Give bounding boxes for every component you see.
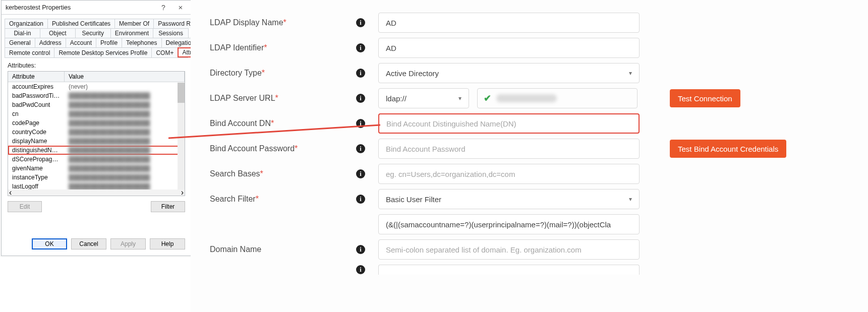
info-icon[interactable]: i	[356, 119, 365, 128]
attr-value: ███████████████████	[65, 109, 185, 118]
tab-environment[interactable]: Environment	[110, 28, 153, 38]
attr-value: ███████████████████	[65, 118, 185, 128]
bind-account-dn-input[interactable]: Bind Account Distinguished Name(DN)	[378, 113, 640, 134]
table-row[interactable]: instanceType███████████████████	[8, 173, 185, 182]
label-directory-type: Directory Type*	[210, 69, 265, 78]
scroll-thumb[interactable]	[178, 83, 185, 103]
directory-type-select[interactable]: Active Directory ▾	[378, 63, 640, 83]
tab-strip: Organization Published Certificates Memb…	[2, 15, 191, 57]
dialog-titlebar: kerberostest Properties ? ×	[2, 1, 191, 15]
help-icon[interactable]: ?	[155, 2, 172, 13]
table-row[interactable]: cn███████████████████	[8, 109, 185, 118]
ldap-display-name-input[interactable]: AD	[378, 13, 640, 33]
table-row[interactable]: codePage███████████████████	[8, 118, 185, 128]
table-row[interactable]: givenName███████████████████	[8, 164, 185, 173]
row-ldap-server-url: LDAP Server URL* i ldap:// ▾ ✔ Test Conn…	[191, 86, 868, 111]
ldap-protocol-value: ldap://	[386, 94, 407, 103]
table-row[interactable]: lastLogoff███████████████████	[8, 182, 185, 190]
info-icon[interactable]: i	[356, 18, 365, 27]
table-row[interactable]: badPasswordTime███████████████████	[8, 91, 185, 100]
table-row[interactable]: distinguishedName███████████████████	[8, 146, 185, 155]
attr-value: ███████████████████	[65, 91, 185, 100]
tab-sessions[interactable]: Sessions	[153, 28, 189, 38]
directory-type-value: Active Directory	[386, 69, 439, 78]
test-connection-button[interactable]: Test Connection	[670, 89, 740, 107]
attr-value: ███████████████████	[65, 128, 185, 137]
label-bind-account-dn: Bind Account DN*	[210, 119, 274, 128]
table-row[interactable]: displayName███████████████████	[8, 137, 185, 146]
row-directory-type: Directory Type* i Active Directory ▾	[191, 60, 868, 86]
info-icon[interactable]: i	[356, 169, 365, 178]
vertical-scrollbar[interactable]	[178, 83, 185, 191]
info-icon[interactable]: i	[356, 69, 365, 78]
row-filter-string: (&(|(samaccountname=?)(userprincipalname…	[191, 212, 868, 237]
info-icon[interactable]: i	[356, 94, 365, 103]
tab-com-plus[interactable]: COM+	[151, 47, 178, 57]
tab-account[interactable]: Account	[66, 38, 96, 47]
chevron-down-icon: ▾	[629, 196, 632, 203]
label-search-filter: Search Filter*	[210, 195, 259, 204]
row-bind-account-dn: Bind Account DN* i Bind Account Distingu…	[191, 111, 868, 136]
attr-name: badPwdCount	[8, 100, 65, 109]
label-ldap-identifier: LDAP Identifier*	[210, 43, 267, 52]
horizontal-scrollbar[interactable]: ‹ ›	[8, 190, 185, 196]
info-icon[interactable]: i	[356, 144, 365, 153]
col-attribute[interactable]: Attribute	[8, 72, 65, 82]
test-bind-credentials-button[interactable]: Test Bind Account Credentials	[670, 140, 786, 158]
tab-rds-profile[interactable]: Remote Desktop Services Profile	[54, 47, 152, 57]
domain-name-input[interactable]: Semi-colon separated list of domain. Eg.…	[378, 239, 640, 260]
bind-account-password-input[interactable]: Bind Account Password	[378, 139, 640, 159]
ldap-protocol-select[interactable]: ldap:// ▾	[378, 88, 469, 108]
edit-button[interactable]: Edit	[8, 201, 42, 212]
attr-name: givenName	[8, 164, 65, 173]
ldap-host-input[interactable]: ✔	[477, 88, 638, 108]
tab-security[interactable]: Security	[75, 28, 111, 38]
scroll-left-icon[interactable]: ‹	[9, 188, 12, 196]
info-icon[interactable]: i	[356, 245, 365, 254]
info-icon[interactable]: i	[356, 43, 365, 52]
tab-object[interactable]: Object	[40, 28, 76, 38]
row-extra: i	[191, 262, 868, 277]
tab-address[interactable]: Address	[35, 38, 66, 47]
properties-dialog: kerberostest Properties ? × Organization…	[1, 0, 192, 256]
table-row[interactable]: badPwdCount███████████████████	[8, 100, 185, 109]
close-icon[interactable]: ×	[172, 2, 189, 13]
tab-member-of[interactable]: Member Of	[114, 19, 154, 28]
info-icon[interactable]: i	[356, 195, 365, 204]
info-icon[interactable]: i	[356, 265, 365, 274]
ok-button[interactable]: OK	[32, 238, 67, 249]
col-value[interactable]: Value	[65, 72, 185, 82]
tab-general[interactable]: General	[5, 38, 35, 47]
tab-remote-control[interactable]: Remote control	[5, 47, 54, 57]
tab-profile[interactable]: Profile	[96, 38, 122, 47]
search-filter-select[interactable]: Basic User Filter ▾	[378, 189, 640, 209]
apply-button[interactable]: Apply	[110, 238, 146, 249]
attr-value: ███████████████████	[65, 146, 185, 155]
attr-name: countryCode	[8, 128, 65, 137]
table-row[interactable]: accountExpires(never)	[8, 82, 185, 91]
attr-name: distinguishedName	[8, 146, 65, 155]
tab-organization[interactable]: Organization	[5, 19, 48, 28]
row-ldap-display-name: LDAP Display Name* i AD	[191, 10, 868, 35]
search-filter-value: Basic User Filter	[386, 195, 441, 204]
attr-name: cn	[8, 109, 65, 118]
label-search-bases: Search Bases*	[210, 169, 263, 178]
help-button[interactable]: Help	[150, 238, 185, 249]
tab-telephones[interactable]: Telephones	[122, 38, 161, 47]
attr-name: badPasswordTime	[8, 91, 65, 100]
scroll-right-icon[interactable]: ›	[181, 188, 184, 196]
masked-host	[496, 94, 557, 102]
ldap-identifier-input[interactable]: AD	[378, 38, 640, 58]
table-row[interactable]: dSCorePropagationD...███████████████████	[8, 155, 185, 164]
search-bases-input[interactable]: eg. cn=Users,dc=organization,dc=com	[378, 164, 640, 184]
attr-name: codePage	[8, 118, 65, 128]
table-row[interactable]: countryCode███████████████████	[8, 128, 185, 137]
filter-string-input[interactable]: (&(|(samaccountname=?)(userprincipalname…	[378, 214, 640, 234]
cancel-button[interactable]: Cancel	[71, 238, 106, 249]
row-search-bases: Search Bases* i eg. cn=Users,dc=organiza…	[191, 161, 868, 186]
partial-input[interactable]	[378, 265, 640, 275]
filter-button[interactable]: Filter	[151, 201, 185, 212]
tab-published-certificates[interactable]: Published Certificates	[47, 19, 115, 28]
row-ldap-identifier: LDAP Identifier* i AD	[191, 35, 868, 60]
tab-dial-in[interactable]: Dial-in	[5, 28, 40, 38]
